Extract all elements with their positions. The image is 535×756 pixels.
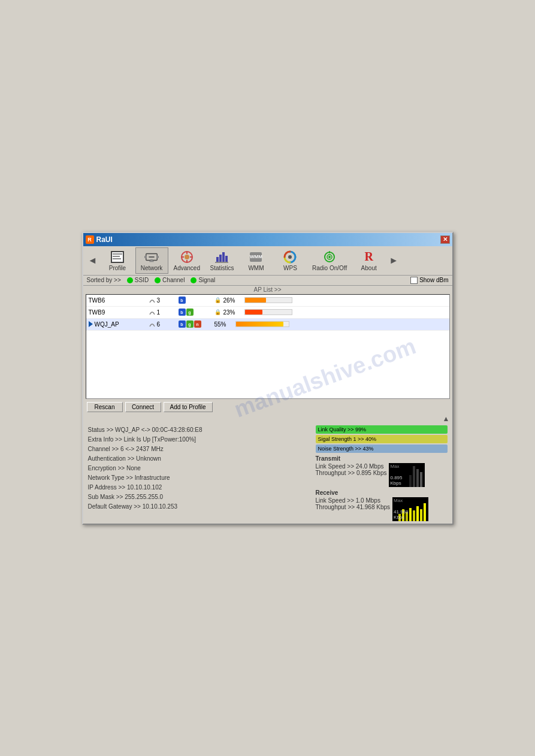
svg-rect-28 bbox=[420, 472, 422, 487]
network-icon bbox=[144, 250, 159, 264]
main-window: manualshive.com R RaUI ✕ ◄ Profile bbox=[82, 232, 454, 525]
title-bar: R RaUI ✕ bbox=[83, 233, 452, 246]
transmit-throughput: Throughput >> 0.895 Kbps bbox=[316, 470, 387, 476]
lock-icon: 🔒 bbox=[214, 297, 221, 303]
ap-row[interactable]: TWB6 3 b 🔒 26% bbox=[86, 295, 449, 307]
svg-rect-27 bbox=[416, 469, 419, 487]
window-title: RaUI bbox=[96, 235, 113, 244]
sec-n-icon: n bbox=[194, 320, 201, 328]
profile-label: Profile bbox=[109, 265, 126, 271]
add-to-profile-button[interactable]: Add to Profile bbox=[164, 402, 213, 412]
receive-throughput: Throughput >> 41.968 Kbps bbox=[316, 504, 391, 510]
auth-info: Authentication >> Unknown bbox=[88, 454, 311, 464]
toolbar-item-about[interactable]: R About bbox=[352, 247, 385, 274]
toolbar-item-wmm[interactable]: WMM WMM bbox=[240, 247, 273, 274]
transmit-chart: Max 0.895 Kbps bbox=[389, 463, 425, 487]
svg-rect-2 bbox=[113, 256, 120, 257]
signal-bar-container bbox=[244, 309, 292, 315]
ap-list-header: AP List >> bbox=[83, 286, 452, 294]
sec-g-icon: g bbox=[186, 320, 194, 328]
advanced-label: Advanced bbox=[174, 265, 200, 271]
ssid-dot bbox=[127, 277, 133, 283]
signal-strength-label: Sigal Strength 1 >> 40% bbox=[318, 436, 377, 442]
ap-row[interactable]: TWB9 1 b g 🔒 23% bbox=[86, 307, 449, 319]
toolbar-item-advanced[interactable]: Advanced bbox=[170, 247, 204, 274]
status-info: Status >> WQJ_AP <-> 00:0C-43:28:60:E8 E… bbox=[88, 425, 311, 521]
connect-button[interactable]: Connect bbox=[125, 402, 161, 412]
about-label: About bbox=[361, 265, 377, 271]
toolbar: ◄ Profile bbox=[83, 246, 452, 276]
svg-rect-18 bbox=[222, 252, 225, 262]
signal-bar-container bbox=[244, 297, 292, 303]
show-dbm-container: Show dBm bbox=[410, 277, 448, 284]
svg-rect-37 bbox=[424, 503, 426, 521]
rescan-button[interactable]: Rescan bbox=[87, 402, 123, 412]
toolbar-item-profile[interactable]: Profile bbox=[101, 247, 134, 274]
extra-info: Extra Info >> Link Is Up [TxPower:100%] bbox=[88, 435, 311, 444]
ap-security: b g n bbox=[179, 320, 214, 328]
nav-back-button[interactable]: ◄ bbox=[86, 249, 100, 273]
svg-rect-9 bbox=[149, 261, 153, 262]
svg-rect-35 bbox=[416, 506, 419, 521]
status-line: Status >> WQJ_AP <-> 00:0C-43:28:60:E8 bbox=[88, 425, 311, 435]
default-gateway: Default Gateway >> 10.10.10.253 bbox=[88, 502, 311, 512]
svg-point-21 bbox=[288, 255, 292, 259]
sec-g-icon: g bbox=[186, 309, 194, 316]
svg-rect-36 bbox=[420, 509, 422, 521]
radio-label: Radio On/Off bbox=[312, 265, 347, 271]
signal-bar bbox=[236, 322, 283, 326]
wps-label: WPS bbox=[283, 265, 297, 271]
ap-channel: 3 bbox=[149, 297, 179, 304]
svg-rect-26 bbox=[413, 466, 415, 487]
svg-rect-34 bbox=[413, 510, 415, 521]
title-bar-left: R RaUI bbox=[86, 235, 113, 244]
wps-icon bbox=[283, 250, 297, 264]
receive-chart: Max 41.968 Kb bbox=[392, 497, 428, 521]
signal-bar bbox=[245, 310, 263, 315]
show-dbm-label: Show dBm bbox=[419, 277, 448, 283]
ap-row-active[interactable]: WQJ_AP 6 b g n 55% bbox=[86, 319, 449, 331]
divider-arrow: ▲ bbox=[83, 415, 452, 423]
status-panel: Status >> WQJ_AP <-> 00:0C-43:28:60:E8 E… bbox=[83, 423, 452, 524]
toolbar-item-wps[interactable]: WPS bbox=[274, 247, 307, 274]
ap-channel: 1 bbox=[149, 309, 179, 316]
svg-rect-1 bbox=[113, 253, 122, 255]
ap-channel: 6 bbox=[149, 320, 179, 328]
toolbar-item-radio[interactable]: Radio On/Off bbox=[308, 247, 351, 274]
statistics-icon bbox=[214, 250, 229, 264]
ap-signal-pct: 55% bbox=[214, 321, 235, 328]
nav-forward-button[interactable]: ► bbox=[386, 249, 401, 273]
button-bar: Rescan Connect Add to Profile bbox=[83, 400, 452, 415]
svg-point-24 bbox=[328, 256, 331, 258]
svg-rect-19 bbox=[225, 256, 228, 262]
transmit-chart-container: Link Speed >> 24.0 Mbps Throughput >> 0.… bbox=[316, 463, 448, 487]
statistics-label: Statistics bbox=[210, 265, 234, 271]
svg-rect-16 bbox=[216, 257, 219, 262]
svg-rect-33 bbox=[409, 508, 412, 521]
svg-rect-5 bbox=[144, 256, 147, 258]
sort-signal[interactable]: Signal bbox=[191, 277, 215, 283]
close-button[interactable]: ✕ bbox=[440, 235, 450, 244]
sort-channel[interactable]: Channel bbox=[155, 277, 185, 283]
channel-sort-label: Channel bbox=[162, 277, 185, 283]
sec-b-icon: b bbox=[179, 297, 186, 304]
ap-ssid: TWB6 bbox=[89, 297, 149, 304]
noise-strength-bar: Noise Strength >> 43% bbox=[316, 444, 448, 453]
ap-signal-pct: 26% bbox=[223, 297, 244, 304]
ap-security: b g bbox=[179, 309, 214, 316]
signal-sort-label: Signal bbox=[198, 277, 215, 283]
toolbar-item-statistics[interactable]: Statistics bbox=[205, 247, 238, 274]
wmm-icon: WMM bbox=[249, 250, 263, 264]
show-dbm-checkbox[interactable] bbox=[410, 277, 418, 284]
transmit-info: Link Speed >> 24.0 Mbps Throughput >> 0.… bbox=[316, 463, 387, 476]
receive-chart-value: 41.968 Kbps bbox=[394, 509, 408, 520]
svg-rect-17 bbox=[219, 255, 222, 262]
sort-ssid[interactable]: SSID bbox=[127, 277, 149, 283]
svg-rect-29 bbox=[409, 475, 412, 487]
channel-info: Channel >> 6 <-> 2437 MHz bbox=[88, 444, 311, 454]
transmit-chart-value: 0.895 Kbps bbox=[390, 475, 402, 486]
toolbar-item-network[interactable]: Network bbox=[135, 247, 168, 274]
receive-chart-container: Link Speed >> 1.0 Mbps Throughput >> 41.… bbox=[316, 497, 448, 521]
sec-b-icon: b bbox=[179, 309, 186, 316]
receive-label: Receive bbox=[316, 489, 448, 496]
